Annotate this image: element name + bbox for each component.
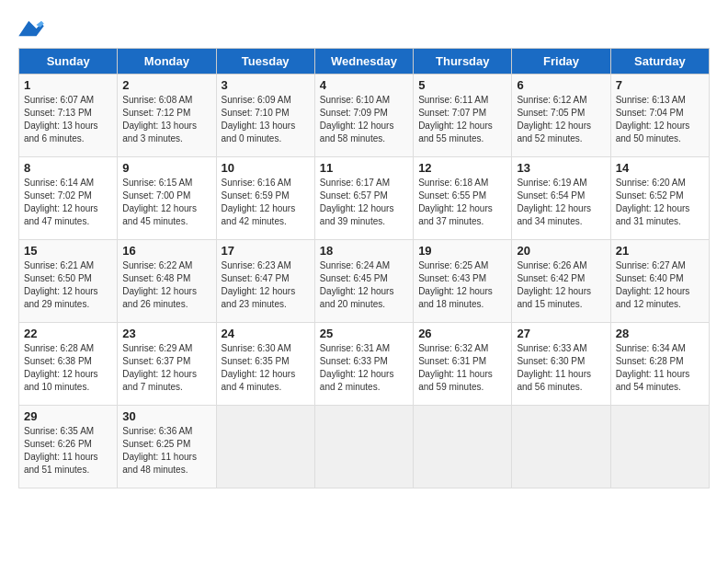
calendar-cell: 29Sunrise: 6:35 AMSunset: 6:26 PMDayligh… — [19, 406, 118, 488]
calendar-cell: 19Sunrise: 6:25 AMSunset: 6:43 PMDayligh… — [414, 240, 512, 323]
calendar-cell: 22Sunrise: 6:28 AMSunset: 6:38 PMDayligh… — [19, 323, 118, 406]
cell-info: Sunrise: 6:21 AMSunset: 6:50 PMDaylight:… — [24, 259, 112, 311]
day-number: 19 — [418, 244, 506, 258]
day-number: 7 — [616, 78, 704, 92]
header-monday: Monday — [118, 49, 216, 75]
cell-info: Sunrise: 6:31 AMSunset: 6:33 PMDaylight:… — [320, 342, 408, 394]
calendar-cell — [314, 406, 413, 488]
day-number: 9 — [122, 161, 210, 175]
day-number: 5 — [418, 78, 506, 92]
cell-info: Sunrise: 6:32 AMSunset: 6:31 PMDaylight:… — [418, 342, 506, 394]
calendar-cell: 13Sunrise: 6:19 AMSunset: 6:54 PMDayligh… — [512, 157, 610, 240]
cell-info: Sunrise: 6:18 AMSunset: 6:55 PMDaylight:… — [418, 177, 506, 228]
calendar-week-1: 1Sunrise: 6:07 AMSunset: 7:13 PMDaylight… — [19, 75, 710, 157]
cell-info: Sunrise: 6:09 AMSunset: 7:10 PMDaylight:… — [222, 94, 310, 145]
calendar-cell: 2Sunrise: 6:08 AMSunset: 7:12 PMDaylight… — [118, 75, 216, 157]
calendar-cell: 20Sunrise: 6:26 AMSunset: 6:42 PMDayligh… — [512, 240, 610, 323]
day-number: 26 — [418, 327, 506, 340]
day-number: 6 — [517, 78, 605, 92]
day-number: 30 — [122, 409, 210, 423]
day-number: 12 — [418, 161, 506, 175]
day-number: 10 — [222, 161, 310, 175]
day-number: 22 — [24, 327, 112, 340]
cell-info: Sunrise: 6:22 AMSunset: 6:48 PMDaylight:… — [122, 259, 210, 311]
calendar-cell: 10Sunrise: 6:16 AMSunset: 6:59 PMDayligh… — [216, 157, 314, 240]
day-number: 18 — [320, 244, 408, 258]
calendar-cell: 7Sunrise: 6:13 AMSunset: 7:04 PMDaylight… — [610, 75, 709, 157]
cell-info: Sunrise: 6:16 AMSunset: 6:59 PMDaylight:… — [222, 177, 310, 228]
calendar-cell: 11Sunrise: 6:17 AMSunset: 6:57 PMDayligh… — [314, 157, 413, 240]
calendar-cell: 4Sunrise: 6:10 AMSunset: 7:09 PMDaylight… — [314, 75, 413, 157]
calendar-cell: 14Sunrise: 6:20 AMSunset: 6:52 PMDayligh… — [610, 157, 709, 240]
calendar-cell — [216, 406, 314, 488]
day-number: 17 — [222, 244, 310, 258]
cell-info: Sunrise: 6:33 AMSunset: 6:30 PMDaylight:… — [517, 342, 605, 394]
cell-info: Sunrise: 6:35 AMSunset: 6:26 PMDaylight:… — [24, 425, 112, 477]
day-number: 3 — [222, 78, 310, 92]
day-number: 20 — [517, 244, 605, 258]
day-number: 1 — [24, 78, 112, 92]
cell-info: Sunrise: 6:29 AMSunset: 6:37 PMDaylight:… — [122, 342, 210, 394]
calendar-week-5: 29Sunrise: 6:35 AMSunset: 6:26 PMDayligh… — [19, 406, 710, 488]
calendar-table: SundayMondayTuesdayWednesdayThursdayFrid… — [18, 48, 710, 488]
cell-info: Sunrise: 6:19 AMSunset: 6:54 PMDaylight:… — [517, 177, 605, 228]
calendar-week-4: 22Sunrise: 6:28 AMSunset: 6:38 PMDayligh… — [19, 323, 710, 406]
calendar-cell — [610, 406, 709, 488]
page-header — [18, 18, 710, 39]
day-number: 2 — [122, 78, 210, 92]
calendar-cell: 25Sunrise: 6:31 AMSunset: 6:33 PMDayligh… — [314, 323, 413, 406]
cell-info: Sunrise: 6:24 AMSunset: 6:45 PMDaylight:… — [320, 259, 408, 311]
cell-info: Sunrise: 6:26 AMSunset: 6:42 PMDaylight:… — [517, 259, 605, 311]
cell-info: Sunrise: 6:20 AMSunset: 6:52 PMDaylight:… — [616, 177, 704, 228]
calendar-cell: 1Sunrise: 6:07 AMSunset: 7:13 PMDaylight… — [19, 75, 118, 157]
cell-info: Sunrise: 6:07 AMSunset: 7:13 PMDaylight:… — [24, 94, 112, 145]
calendar-cell: 6Sunrise: 6:12 AMSunset: 7:05 PMDaylight… — [512, 75, 610, 157]
header-tuesday: Tuesday — [216, 49, 314, 75]
calendar-cell: 23Sunrise: 6:29 AMSunset: 6:37 PMDayligh… — [118, 323, 216, 406]
day-number: 24 — [222, 327, 310, 340]
header-thursday: Thursday — [414, 49, 512, 75]
calendar-cell: 9Sunrise: 6:15 AMSunset: 7:00 PMDaylight… — [118, 157, 216, 240]
day-number: 11 — [320, 161, 408, 175]
cell-info: Sunrise: 6:36 AMSunset: 6:25 PMDaylight:… — [122, 425, 210, 477]
header-sunday: Sunday — [19, 49, 118, 75]
day-number: 15 — [24, 244, 112, 258]
day-number: 27 — [517, 327, 605, 340]
logo — [18, 18, 48, 39]
day-number: 25 — [320, 327, 408, 340]
cell-info: Sunrise: 6:08 AMSunset: 7:12 PMDaylight:… — [122, 94, 210, 145]
calendar-week-2: 8Sunrise: 6:14 AMSunset: 7:02 PMDaylight… — [19, 157, 710, 240]
calendar-cell — [512, 406, 610, 488]
logo-icon — [18, 18, 44, 39]
day-number: 23 — [122, 327, 210, 340]
calendar-cell: 8Sunrise: 6:14 AMSunset: 7:02 PMDaylight… — [19, 157, 118, 240]
cell-info: Sunrise: 6:13 AMSunset: 7:04 PMDaylight:… — [616, 94, 704, 145]
calendar-cell: 18Sunrise: 6:24 AMSunset: 6:45 PMDayligh… — [314, 240, 413, 323]
cell-info: Sunrise: 6:12 AMSunset: 7:05 PMDaylight:… — [517, 94, 605, 145]
cell-info: Sunrise: 6:30 AMSunset: 6:35 PMDaylight:… — [222, 342, 310, 394]
header-saturday: Saturday — [610, 49, 709, 75]
cell-info: Sunrise: 6:25 AMSunset: 6:43 PMDaylight:… — [418, 259, 506, 311]
day-number: 13 — [517, 161, 605, 175]
calendar-cell: 5Sunrise: 6:11 AMSunset: 7:07 PMDaylight… — [414, 75, 512, 157]
day-number: 4 — [320, 78, 408, 92]
calendar-cell: 17Sunrise: 6:23 AMSunset: 6:47 PMDayligh… — [216, 240, 314, 323]
header-wednesday: Wednesday — [314, 49, 413, 75]
cell-info: Sunrise: 6:10 AMSunset: 7:09 PMDaylight:… — [320, 94, 408, 145]
calendar-cell: 27Sunrise: 6:33 AMSunset: 6:30 PMDayligh… — [512, 323, 610, 406]
day-number: 28 — [616, 327, 704, 340]
calendar-cell: 3Sunrise: 6:09 AMSunset: 7:10 PMDaylight… — [216, 75, 314, 157]
cell-info: Sunrise: 6:11 AMSunset: 7:07 PMDaylight:… — [418, 94, 506, 145]
cell-info: Sunrise: 6:23 AMSunset: 6:47 PMDaylight:… — [222, 259, 310, 311]
cell-info: Sunrise: 6:14 AMSunset: 7:02 PMDaylight:… — [24, 177, 112, 228]
calendar-cell — [414, 406, 512, 488]
calendar-cell: 28Sunrise: 6:34 AMSunset: 6:28 PMDayligh… — [610, 323, 709, 406]
calendar-cell: 30Sunrise: 6:36 AMSunset: 6:25 PMDayligh… — [118, 406, 216, 488]
day-number: 8 — [24, 161, 112, 175]
cell-info: Sunrise: 6:27 AMSunset: 6:40 PMDaylight:… — [616, 259, 704, 311]
day-number: 14 — [616, 161, 704, 175]
cell-info: Sunrise: 6:34 AMSunset: 6:28 PMDaylight:… — [616, 342, 704, 394]
day-number: 21 — [616, 244, 704, 258]
cell-info: Sunrise: 6:17 AMSunset: 6:57 PMDaylight:… — [320, 177, 408, 228]
calendar-week-3: 15Sunrise: 6:21 AMSunset: 6:50 PMDayligh… — [19, 240, 710, 323]
